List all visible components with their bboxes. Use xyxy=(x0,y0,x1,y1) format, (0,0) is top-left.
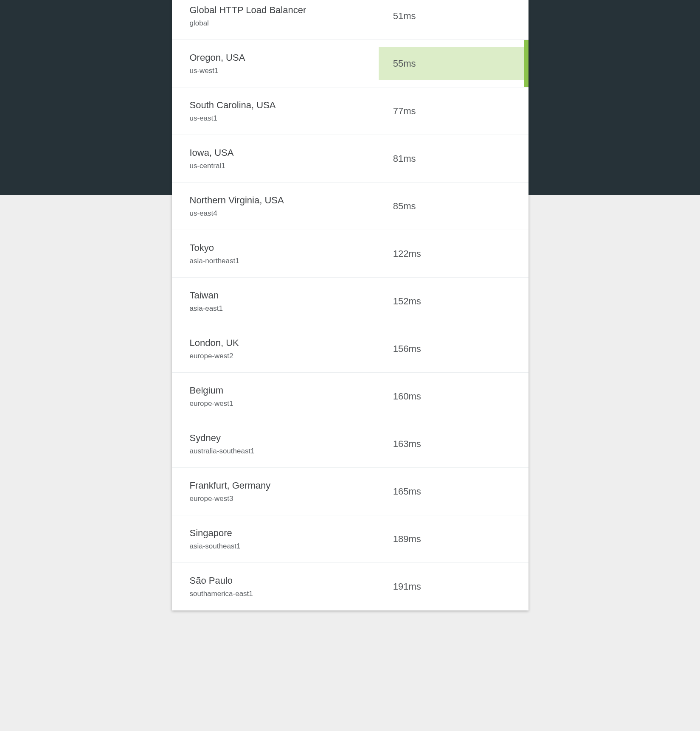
region-code: southamerica-east1 xyxy=(190,590,361,598)
table-row: Frankfurt, Germanyeurope-west3165ms xyxy=(172,468,529,515)
region-code: asia-northeast1 xyxy=(190,257,361,265)
region-name: Iowa, USA xyxy=(190,147,361,158)
region-name: Belgium xyxy=(190,385,361,396)
table-body: Global HTTP Load Balancerglobal51msOrego… xyxy=(172,0,529,610)
region-cell: Frankfurt, Germanyeurope-west3 xyxy=(172,469,379,514)
table-row: London, UKeurope-west2156ms xyxy=(172,325,529,373)
region-name: Taiwan xyxy=(190,290,361,301)
region-name: Tokyo xyxy=(190,242,361,253)
latency-cell: 152ms xyxy=(379,285,529,318)
region-name: Frankfurt, Germany xyxy=(190,480,361,491)
latency-cell: 156ms xyxy=(379,332,529,366)
region-cell: Northern Virginia, USAus-east4 xyxy=(172,184,379,229)
table-row: Oregon, USAus-west155ms xyxy=(172,40,529,87)
region-code: us-west1 xyxy=(190,67,361,75)
region-code: us-central1 xyxy=(190,162,361,170)
region-code: asia-east1 xyxy=(190,304,361,313)
table-row: São Paulosouthamerica-east1191ms xyxy=(172,563,529,610)
table-row: Taiwanasia-east1152ms xyxy=(172,278,529,325)
latency-cell: 189ms xyxy=(379,523,529,556)
region-name: São Paulo xyxy=(190,575,361,586)
table-row: Tokyoasia-northeast1122ms xyxy=(172,230,529,278)
region-code: europe-west1 xyxy=(190,399,361,408)
latency-cell: 160ms xyxy=(379,380,529,413)
region-cell: London, UKeurope-west2 xyxy=(172,326,379,371)
region-code: us-east4 xyxy=(190,209,361,218)
region-cell: Taiwanasia-east1 xyxy=(172,279,379,324)
region-cell: Global HTTP Load Balancerglobal xyxy=(172,0,379,39)
table-row: Global HTTP Load Balancerglobal51ms xyxy=(172,0,529,40)
region-cell: South Carolina, USAus-east1 xyxy=(172,89,379,134)
latency-cell: 122ms xyxy=(379,237,529,270)
table-row: Singaporeasia-southeast1189ms xyxy=(172,515,529,563)
region-cell: São Paulosouthamerica-east1 xyxy=(172,564,379,609)
latency-cell: 163ms xyxy=(379,427,529,461)
latency-cell: 191ms xyxy=(379,570,529,603)
region-cell: Iowa, USAus-central1 xyxy=(172,136,379,181)
table-row: Iowa, USAus-central181ms xyxy=(172,135,529,183)
region-name: London, UK xyxy=(190,337,361,349)
region-code: australia-southeast1 xyxy=(190,447,361,455)
region-name: Oregon, USA xyxy=(190,52,361,63)
region-cell: Belgiumeurope-west1 xyxy=(172,374,379,419)
latency-cell: 51ms xyxy=(379,0,529,33)
region-name: South Carolina, USA xyxy=(190,100,361,111)
table-row: Belgiumeurope-west1160ms xyxy=(172,373,529,420)
region-name: Northern Virginia, USA xyxy=(190,195,361,206)
region-name: Sydney xyxy=(190,433,361,444)
latency-cell: 165ms xyxy=(379,475,529,508)
region-name: Global HTTP Load Balancer xyxy=(190,5,361,16)
region-name: Singapore xyxy=(190,528,361,539)
table-row: South Carolina, USAus-east177ms xyxy=(172,87,529,135)
latency-cell: 81ms xyxy=(379,142,529,175)
region-code: us-east1 xyxy=(190,114,361,123)
region-code: europe-west3 xyxy=(190,495,361,503)
region-code: europe-west2 xyxy=(190,352,361,360)
region-cell: Tokyoasia-northeast1 xyxy=(172,231,379,276)
region-cell: Sydneyaustralia-southeast1 xyxy=(172,422,379,467)
region-cell: Singaporeasia-southeast1 xyxy=(172,517,379,562)
latency-cell: 77ms xyxy=(379,95,529,128)
latency-cell: 85ms xyxy=(379,190,529,223)
table-row: Northern Virginia, USAus-east485ms xyxy=(172,183,529,230)
region-code: asia-southeast1 xyxy=(190,542,361,551)
region-cell: Oregon, USAus-west1 xyxy=(172,41,379,86)
latency-table-card: REGION MEDIAN LATENCY Global HTTP Load B… xyxy=(172,0,529,610)
table-row: Sydneyaustralia-southeast1163ms xyxy=(172,420,529,468)
region-code: global xyxy=(190,19,361,28)
latency-cell: 55ms xyxy=(379,47,529,80)
